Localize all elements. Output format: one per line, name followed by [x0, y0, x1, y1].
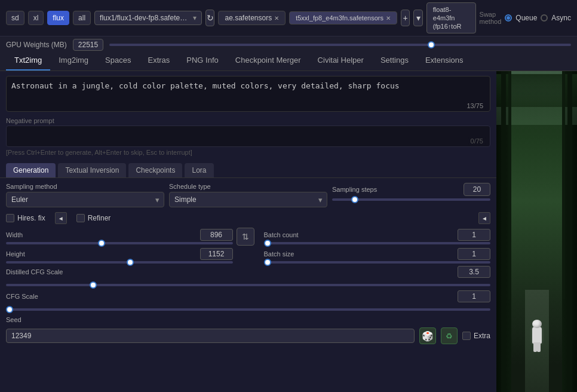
tab-png-info[interactable]: PNG Info [178, 51, 226, 71]
astronaut-leg-left [533, 342, 537, 352]
negative-prompt-hint: [Press Ctrl+Enter to generate, Alt+Enter… [6, 149, 490, 156]
sub-tab-bar: Generation Textual Inversion Checkpoints… [0, 160, 496, 178]
vae-tab-ae[interactable]: ae.safetensors ✕ [218, 11, 286, 25]
batch-count-label-row: Batch count [264, 229, 491, 241]
width-value-input[interactable] [200, 229, 233, 241]
seed-recycle-btn[interactable]: ♻ [441, 327, 458, 344]
model-dropdown[interactable]: flux1/flux1-dev-fp8.safetensors ▾ [94, 11, 202, 25]
gpu-weights-slider[interactable] [109, 39, 571, 51]
refiner-checkbox-label[interactable]: Refiner [76, 214, 111, 222]
sub-tab-generation[interactable]: Generation [6, 163, 56, 177]
queue-radio[interactable] [505, 14, 512, 22]
tab-civitai-helper[interactable]: Civitai Helper [309, 51, 372, 71]
hires-fix-checkbox-label[interactable]: Hires. fix [6, 214, 45, 222]
seed-label: Seed [6, 316, 22, 323]
add-vae-tab-btn[interactable]: + [401, 10, 410, 26]
vae-tab-t5xxl-close[interactable]: ✕ [386, 15, 391, 22]
model-btn-flux[interactable]: flux [47, 11, 69, 25]
hires-fix-label: Hires. fix [17, 214, 45, 222]
cfg-scale-slider[interactable] [6, 308, 490, 311]
recycle-icon: ♻ [446, 332, 453, 341]
schedule-type-select[interactable]: Simple Karras [169, 192, 327, 207]
model-btn-xl[interactable]: xl [28, 11, 44, 25]
width-slider[interactable] [6, 242, 233, 244]
refresh-model-btn[interactable]: ↻ [205, 10, 214, 26]
precision-value: float8-e4m3fn (fp16↑toR [433, 6, 462, 30]
schedule-type-label: Schedule type [169, 183, 327, 190]
sampling-steps-slider[interactable] [332, 198, 490, 201]
distilled-cfg-value-input[interactable] [458, 266, 490, 278]
dice-icon: 🎲 [422, 330, 434, 342]
trunk-2 [567, 71, 572, 392]
seed-dice-btn[interactable]: 🎲 [419, 327, 436, 344]
right-panel-image [496, 71, 577, 392]
gpu-weights-label: GPU Weights (MB) [6, 41, 67, 49]
trunk-1 [501, 71, 506, 392]
seed-input[interactable] [6, 329, 415, 343]
sampling-row: Sampling method Euler Euler a DPM++ 2M S… [0, 180, 496, 210]
tab-settings[interactable]: Settings [372, 51, 417, 71]
dropdown-arrow-icon: ▾ [193, 14, 197, 22]
width-label-row: Width [6, 229, 233, 241]
main-tab-bar: Txt2img Img2img Spaces Extras PNG Info C… [0, 51, 577, 71]
precision-selector[interactable]: float8-e4m3fn (fp16↑toR [426, 2, 476, 33]
distilled-cfg-row: Distilled CFG Scale [0, 265, 496, 289]
height-slider[interactable] [6, 261, 233, 264]
batch-count-col: Batch count [264, 229, 491, 244]
cfg-scale-row: CFG Scale [0, 289, 496, 314]
tab-checkpoint-merger[interactable]: Checkpoint Merger [227, 51, 309, 71]
tab-extensions[interactable]: Extensions [417, 51, 472, 71]
height-batchsize-row: Height Batch size [0, 247, 496, 265]
positive-prompt-input[interactable] [6, 76, 490, 112]
trunk-3 [508, 71, 511, 299]
sub-tab-lora[interactable]: Lora [185, 163, 213, 177]
swap-dimensions-btn[interactable]: ⇅ [237, 228, 254, 246]
vae-tab-menu-btn[interactable]: ▾ [413, 10, 422, 26]
batch-count-slider[interactable] [264, 242, 491, 244]
negative-prompt-area: Negative prompt 0/75 [Press Ctrl+Enter t… [6, 117, 490, 156]
batch-size-slider[interactable] [264, 261, 491, 264]
cfg-scale-label-row: CFG Scale [6, 290, 490, 302]
sub-tab-checkpoints[interactable]: Checkpoints [128, 163, 182, 177]
positive-prompt-area: 13/75 [6, 76, 490, 114]
queue-label: Queue [515, 14, 537, 22]
hires-fix-arrow-btn[interactable]: ◄ [55, 212, 67, 224]
sampling-method-select[interactable]: Euler Euler a DPM++ 2M [6, 192, 164, 207]
cfg-scale-value-input[interactable] [458, 290, 490, 302]
sampling-steps-value[interactable] [464, 183, 490, 196]
height-value-input[interactable] [200, 248, 233, 260]
distilled-cfg-label: Distilled CFG Scale [6, 268, 63, 275]
negative-prompt-input[interactable] [6, 125, 490, 147]
tab-extras[interactable]: Extras [139, 51, 178, 71]
model-btn-sd[interactable]: sd [6, 11, 24, 25]
distilled-cfg-slider[interactable] [6, 284, 490, 286]
tab-img2img[interactable]: Img2img [50, 51, 97, 71]
extra-checkbox-label[interactable]: Extra [462, 332, 490, 340]
sampling-method-wrapper: Euler Euler a DPM++ 2M [6, 192, 164, 207]
model-dropdown-value: flux1/flux1-dev-fp8.safetensors [100, 14, 191, 22]
batch-count-value-input[interactable] [458, 229, 490, 241]
refiner-checkbox[interactable] [76, 214, 85, 222]
tab-txt2img[interactable]: Txt2img [6, 51, 50, 71]
refiner-label: Refiner [88, 214, 111, 222]
height-label-row: Height [6, 248, 233, 260]
distilled-cfg-label-row: Distilled CFG Scale [6, 266, 490, 278]
negative-token-count: 0/75 [468, 137, 486, 145]
sub-tab-textual-inversion[interactable]: Textual Inversion [58, 163, 126, 177]
gpu-slider-input[interactable] [109, 44, 571, 46]
queue-method-group: Queue Async [505, 14, 571, 22]
model-btn-all[interactable]: all [73, 11, 91, 25]
tab-spaces[interactable]: Spaces [97, 51, 139, 71]
width-height-row: Width ⇅ Batch count [0, 226, 496, 247]
vae-tab-ae-close[interactable]: ✕ [274, 15, 279, 22]
async-radio[interactable] [541, 14, 548, 22]
height-label: Height [6, 250, 25, 258]
refiner-arrow-btn[interactable]: ◄ [478, 212, 490, 224]
hires-fix-checkbox[interactable] [6, 214, 14, 222]
extra-checkbox[interactable] [462, 332, 471, 340]
refiner-group: Refiner ◄ [76, 212, 490, 224]
width-label: Width [6, 231, 23, 238]
batch-size-value-input[interactable] [458, 248, 490, 260]
add-icon: + [403, 13, 408, 23]
vae-tab-t5xxl[interactable]: t5xxl_fp8_e4m3fn.safetensors ✕ [289, 11, 397, 24]
